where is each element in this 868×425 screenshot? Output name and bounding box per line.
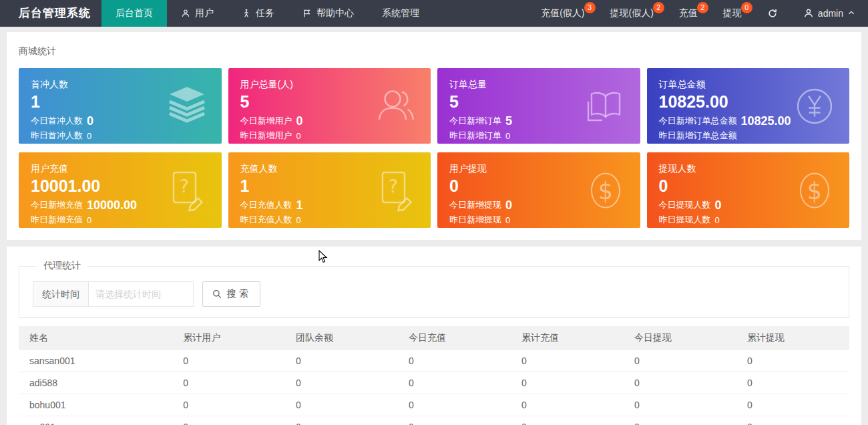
search-button-label: 搜索 xyxy=(227,288,251,300)
card-yesterday-value: 0 xyxy=(296,215,301,225)
search-form: 统计时间 搜索 xyxy=(33,281,835,307)
refresh-button[interactable] xyxy=(754,0,791,27)
app-title: 后台管理系统 xyxy=(0,0,101,27)
nav-item-4[interactable]: 系统管理 xyxy=(368,0,433,27)
nav-item-0[interactable]: 后台首页 xyxy=(101,0,167,27)
svg-text:$: $ xyxy=(807,177,822,204)
card-yesterday-label: 昨日充值人数 xyxy=(240,214,292,226)
card-today-label: 今日首冲人数 xyxy=(31,115,83,127)
card-yesterday-label: 昨日新增充值 xyxy=(31,214,83,226)
nav-right-item-2[interactable]: 充值2 xyxy=(666,0,710,27)
card-icon-wrap xyxy=(584,85,627,128)
stat-time-input[interactable] xyxy=(88,281,194,307)
agent-value-cell: 0 xyxy=(511,372,624,394)
card-today-value: 0 xyxy=(505,198,512,212)
stat-cards-grid: 首冲人数1今日首冲人数0昨日首冲人数0用户总量(人)5今日新增用户0昨日新增用户… xyxy=(19,68,849,228)
nav-item-2[interactable]: 任务 xyxy=(228,0,288,27)
search-button[interactable]: 搜索 xyxy=(202,281,260,307)
card-today-value: 10825.00 xyxy=(741,114,791,128)
nav-item-3[interactable]: 帮助中心 xyxy=(288,0,368,27)
agent-value-cell: 0 xyxy=(624,372,736,394)
card-today-value: 0 xyxy=(296,114,303,128)
card-icon-wrap: ? xyxy=(166,169,208,212)
agent-value-cell: 0 xyxy=(511,350,624,372)
card-today-label: 今日提现人数 xyxy=(659,199,711,211)
doc-question-icon: ? xyxy=(375,169,417,212)
card-yesterday-label: 昨日提现人数 xyxy=(659,214,711,226)
table-header-cell: 团队余额 xyxy=(285,326,398,350)
nav-item-label: 后台首页 xyxy=(116,7,153,19)
card-today-value: 1 xyxy=(296,198,303,212)
user-menu[interactable]: admin xyxy=(791,0,868,27)
card-yesterday-line: 昨日新增提现0 xyxy=(449,214,628,227)
card-today-label: 今日新增订单 xyxy=(449,115,501,127)
card-today-label: 今日充值人数 xyxy=(240,199,292,211)
doc-question-icon: ? xyxy=(166,169,208,212)
yuan-icon xyxy=(793,85,836,128)
table-header-cell: 今日充值 xyxy=(398,326,511,350)
notification-badge: 2 xyxy=(697,2,708,13)
card-yesterday-line: 昨日充值人数0 xyxy=(240,214,419,227)
card-yesterday-line: 昨日首冲人数0 xyxy=(31,130,210,142)
card-yesterday-value: 0 xyxy=(87,215,91,225)
agent-value-cell: 0 xyxy=(398,372,511,394)
nav-right-label: 充值 xyxy=(679,7,698,19)
main-content: 商城统计 首冲人数1今日首冲人数0昨日首冲人数0用户总量(人)5今日新增用户0昨… xyxy=(0,32,868,425)
card-yesterday-value: 0 xyxy=(87,131,91,141)
card-today-value: 0 xyxy=(87,114,93,128)
stat-card-4: 用户充值10001.00今日新增充值10000.00昨日新增充值0? xyxy=(19,152,222,228)
table-header-cell: 累计提现 xyxy=(736,326,849,350)
card-icon-wrap xyxy=(166,85,208,128)
card-yesterday-label: 昨日首冲人数 xyxy=(31,130,83,142)
card-yesterday-line: 昨日新增订单总金额 xyxy=(659,130,838,142)
card-yesterday-label: 昨日新增订单 xyxy=(449,130,501,142)
agent-value-cell: 0 xyxy=(511,416,624,425)
table-header-cell: 姓名 xyxy=(19,326,172,350)
card-yesterday-label: 昨日新增用户 xyxy=(240,130,292,142)
card-today-label: 今日新增提现 xyxy=(449,199,501,211)
card-icon-wrap: ? xyxy=(375,169,417,212)
agent-value-cell: 0 xyxy=(285,416,398,425)
card-yesterday-label: 昨日新增提现 xyxy=(449,214,501,226)
nav-right-label: 提现 xyxy=(723,7,742,19)
agent-stats-panel: 代理统计 统计时间 搜索 姓名累计用户团队余额今日充值累计充值今日提现累计提现 … xyxy=(7,247,861,425)
agent-value-cell: 0 xyxy=(285,350,398,372)
nav-right-item-3[interactable]: 提现0 xyxy=(710,0,754,27)
svg-text:$: $ xyxy=(598,177,612,204)
nav-item-1[interactable]: 用户 xyxy=(167,0,228,27)
agent-value-cell: 0 xyxy=(398,394,511,416)
stat-card-2: 订单总量5今日新增订单5昨日新增订单0 xyxy=(437,68,640,144)
table-header-cell: 累计充值 xyxy=(511,326,624,350)
card-today-value: 5 xyxy=(505,114,512,128)
agent-name-cell: sansan001 xyxy=(19,350,172,372)
table-header-row: 姓名累计用户团队余额今日充值累计充值今日提现累计提现 xyxy=(19,326,849,350)
stat-time-label: 统计时间 xyxy=(33,281,89,307)
agent-name-cell: bohu001 xyxy=(19,394,172,416)
chevron-up-icon xyxy=(847,8,855,19)
nav-item-label: 帮助中心 xyxy=(316,7,354,19)
stat-card-1: 用户总量(人)5今日新增用户0昨日新增用户0 xyxy=(228,68,431,144)
book-icon xyxy=(584,85,627,128)
refresh-icon xyxy=(767,8,778,19)
mall-stats-title: 商城统计 xyxy=(19,45,849,57)
dollar-icon: $ xyxy=(793,169,836,212)
nav-right-label: 提现(假人) xyxy=(610,7,654,19)
card-icon-wrap: $ xyxy=(793,169,836,212)
card-yesterday-label: 昨日新增订单总金额 xyxy=(659,130,737,142)
dollar-icon: $ xyxy=(584,169,627,212)
stat-card-6: 用户提现0今日新增提现0昨日新增提现0$ xyxy=(437,152,640,228)
top-navbar: 后台管理系统 后台首页用户任务帮助中心系统管理 充值(假人)3提现(假人)2充值… xyxy=(0,0,868,27)
nav-right-item-0[interactable]: 充值(假人)3 xyxy=(528,0,597,27)
notification-badge: 0 xyxy=(741,2,752,13)
mall-stats-panel: 商城统计 首冲人数1今日首冲人数0昨日首冲人数0用户总量(人)5今日新增用户0昨… xyxy=(7,32,861,240)
card-yesterday-value: 0 xyxy=(505,131,510,141)
users-icon xyxy=(375,85,417,128)
layers-icon xyxy=(166,85,208,128)
agent-value-cell: 0 xyxy=(736,372,849,394)
agent-value-cell: 0 xyxy=(511,394,624,416)
card-today-label: 今日新增用户 xyxy=(240,115,292,127)
nav-right-item-1[interactable]: 提现(假人)2 xyxy=(598,0,666,27)
card-yesterday-line: 昨日新增充值0 xyxy=(31,214,210,227)
agent-value-cell: 0 xyxy=(398,416,511,425)
agent-value-cell: 0 xyxy=(736,394,849,416)
